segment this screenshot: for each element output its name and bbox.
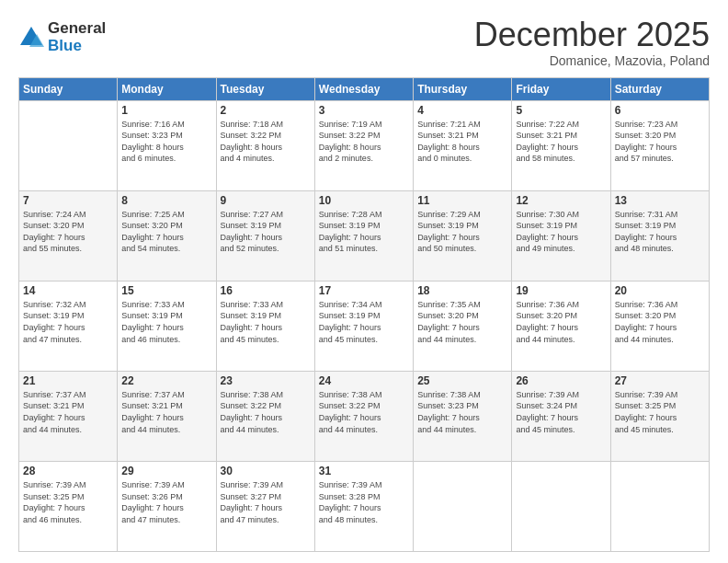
calendar-cell: 14Sunrise: 7:32 AM Sunset: 3:19 PM Dayli… bbox=[19, 281, 118, 371]
header: General Blue December 2025 Domanice, Maz… bbox=[18, 17, 710, 68]
calendar-day-header: Sunday bbox=[19, 77, 118, 100]
day-info: Sunrise: 7:39 AM Sunset: 3:26 PM Dayligh… bbox=[121, 479, 211, 525]
calendar-cell: 19Sunrise: 7:36 AM Sunset: 3:20 PM Dayli… bbox=[512, 281, 610, 371]
day-number: 15 bbox=[121, 284, 211, 297]
day-info: Sunrise: 7:30 AM Sunset: 3:19 PM Dayligh… bbox=[516, 209, 606, 255]
logo: General Blue bbox=[18, 20, 106, 54]
day-info: Sunrise: 7:32 AM Sunset: 3:19 PM Dayligh… bbox=[23, 299, 113, 345]
day-number: 20 bbox=[615, 284, 705, 297]
logo-text: General Blue bbox=[48, 20, 106, 54]
calendar-day-header: Thursday bbox=[414, 77, 512, 100]
day-number: 14 bbox=[23, 284, 113, 297]
day-number: 9 bbox=[221, 194, 311, 207]
day-info: Sunrise: 7:37 AM Sunset: 3:21 PM Dayligh… bbox=[23, 389, 113, 435]
calendar-cell: 20Sunrise: 7:36 AM Sunset: 3:20 PM Dayli… bbox=[610, 281, 709, 371]
logo-general-text: General bbox=[48, 20, 106, 38]
day-info: Sunrise: 7:39 AM Sunset: 3:27 PM Dayligh… bbox=[221, 479, 311, 525]
day-info: Sunrise: 7:39 AM Sunset: 3:25 PM Dayligh… bbox=[23, 479, 113, 525]
calendar-cell: 30Sunrise: 7:39 AM Sunset: 3:27 PM Dayli… bbox=[216, 461, 314, 551]
day-info: Sunrise: 7:36 AM Sunset: 3:20 PM Dayligh… bbox=[615, 299, 705, 345]
day-number: 30 bbox=[221, 465, 311, 477]
calendar-week-row: 7Sunrise: 7:24 AM Sunset: 3:20 PM Daylig… bbox=[19, 190, 710, 281]
day-number: 29 bbox=[121, 465, 211, 477]
calendar-cell: 10Sunrise: 7:28 AM Sunset: 3:19 PM Dayli… bbox=[314, 190, 413, 281]
calendar-cell: 22Sunrise: 7:37 AM Sunset: 3:21 PM Dayli… bbox=[118, 371, 216, 461]
calendar-cell: 17Sunrise: 7:34 AM Sunset: 3:19 PM Dayli… bbox=[314, 281, 413, 371]
day-number: 16 bbox=[221, 284, 311, 297]
day-info: Sunrise: 7:25 AM Sunset: 3:20 PM Dayligh… bbox=[121, 209, 211, 255]
day-number: 13 bbox=[615, 194, 705, 207]
day-info: Sunrise: 7:28 AM Sunset: 3:19 PM Dayligh… bbox=[319, 209, 409, 255]
calendar-cell: 6Sunrise: 7:23 AM Sunset: 3:20 PM Daylig… bbox=[610, 100, 709, 190]
calendar-cell: 13Sunrise: 7:31 AM Sunset: 3:19 PM Dayli… bbox=[610, 190, 709, 281]
calendar-day-header: Wednesday bbox=[314, 77, 413, 100]
logo-icon bbox=[18, 25, 44, 51]
calendar-cell: 28Sunrise: 7:39 AM Sunset: 3:25 PM Dayli… bbox=[19, 461, 118, 551]
day-info: Sunrise: 7:36 AM Sunset: 3:20 PM Dayligh… bbox=[516, 299, 606, 345]
day-info: Sunrise: 7:33 AM Sunset: 3:19 PM Dayligh… bbox=[121, 299, 211, 345]
day-info: Sunrise: 7:16 AM Sunset: 3:23 PM Dayligh… bbox=[121, 119, 211, 165]
calendar-week-row: 1Sunrise: 7:16 AM Sunset: 3:23 PM Daylig… bbox=[19, 100, 710, 190]
day-number: 21 bbox=[23, 374, 113, 387]
calendar-day-header: Tuesday bbox=[216, 77, 314, 100]
day-number: 22 bbox=[121, 374, 211, 387]
calendar-cell: 8Sunrise: 7:25 AM Sunset: 3:20 PM Daylig… bbox=[118, 190, 216, 281]
day-info: Sunrise: 7:33 AM Sunset: 3:19 PM Dayligh… bbox=[221, 299, 311, 345]
day-info: Sunrise: 7:38 AM Sunset: 3:22 PM Dayligh… bbox=[319, 389, 409, 435]
day-number: 5 bbox=[516, 104, 606, 117]
day-number: 12 bbox=[516, 194, 606, 207]
day-number: 28 bbox=[23, 465, 113, 477]
day-info: Sunrise: 7:39 AM Sunset: 3:28 PM Dayligh… bbox=[319, 479, 409, 525]
calendar-cell: 24Sunrise: 7:38 AM Sunset: 3:22 PM Dayli… bbox=[314, 371, 413, 461]
day-number: 18 bbox=[417, 284, 507, 297]
day-info: Sunrise: 7:22 AM Sunset: 3:21 PM Dayligh… bbox=[516, 119, 606, 165]
day-number: 24 bbox=[319, 374, 409, 387]
calendar-cell: 29Sunrise: 7:39 AM Sunset: 3:26 PM Dayli… bbox=[118, 461, 216, 551]
calendar-cell: 4Sunrise: 7:21 AM Sunset: 3:21 PM Daylig… bbox=[414, 100, 512, 190]
calendar-cell: 1Sunrise: 7:16 AM Sunset: 3:23 PM Daylig… bbox=[118, 100, 216, 190]
day-info: Sunrise: 7:39 AM Sunset: 3:25 PM Dayligh… bbox=[615, 389, 705, 435]
calendar-cell: 27Sunrise: 7:39 AM Sunset: 3:25 PM Dayli… bbox=[610, 371, 709, 461]
day-number: 26 bbox=[516, 374, 606, 387]
calendar-cell bbox=[19, 100, 118, 190]
day-info: Sunrise: 7:27 AM Sunset: 3:19 PM Dayligh… bbox=[221, 209, 311, 255]
day-info: Sunrise: 7:39 AM Sunset: 3:24 PM Dayligh… bbox=[516, 389, 606, 435]
calendar-day-header: Saturday bbox=[610, 77, 709, 100]
calendar-cell: 26Sunrise: 7:39 AM Sunset: 3:24 PM Dayli… bbox=[512, 371, 610, 461]
calendar-cell bbox=[512, 461, 610, 551]
calendar-cell bbox=[610, 461, 709, 551]
calendar-header-row: SundayMondayTuesdayWednesdayThursdayFrid… bbox=[19, 77, 710, 100]
day-info: Sunrise: 7:31 AM Sunset: 3:19 PM Dayligh… bbox=[615, 209, 705, 255]
day-number: 23 bbox=[221, 374, 311, 387]
title-block: December 2025 Domanice, Mazovia, Poland bbox=[474, 17, 710, 68]
page: General Blue December 2025 Domanice, Maz… bbox=[0, 0, 728, 563]
day-info: Sunrise: 7:38 AM Sunset: 3:22 PM Dayligh… bbox=[221, 389, 311, 435]
calendar-cell: 7Sunrise: 7:24 AM Sunset: 3:20 PM Daylig… bbox=[19, 190, 118, 281]
calendar-cell: 5Sunrise: 7:22 AM Sunset: 3:21 PM Daylig… bbox=[512, 100, 610, 190]
day-info: Sunrise: 7:18 AM Sunset: 3:22 PM Dayligh… bbox=[221, 119, 311, 165]
calendar-cell: 23Sunrise: 7:38 AM Sunset: 3:22 PM Dayli… bbox=[216, 371, 314, 461]
calendar-day-header: Monday bbox=[118, 77, 216, 100]
calendar-week-row: 21Sunrise: 7:37 AM Sunset: 3:21 PM Dayli… bbox=[19, 371, 710, 461]
day-info: Sunrise: 7:24 AM Sunset: 3:20 PM Dayligh… bbox=[23, 209, 113, 255]
day-number: 25 bbox=[417, 374, 507, 387]
day-number: 1 bbox=[121, 104, 211, 117]
day-number: 4 bbox=[417, 104, 507, 117]
logo-blue-text: Blue bbox=[48, 38, 106, 55]
day-number: 11 bbox=[417, 194, 507, 207]
day-info: Sunrise: 7:19 AM Sunset: 3:22 PM Dayligh… bbox=[319, 119, 409, 165]
calendar-cell: 12Sunrise: 7:30 AM Sunset: 3:19 PM Dayli… bbox=[512, 190, 610, 281]
day-info: Sunrise: 7:35 AM Sunset: 3:20 PM Dayligh… bbox=[417, 299, 507, 345]
calendar-cell: 31Sunrise: 7:39 AM Sunset: 3:28 PM Dayli… bbox=[314, 461, 413, 551]
calendar-week-row: 28Sunrise: 7:39 AM Sunset: 3:25 PM Dayli… bbox=[19, 461, 710, 551]
month-title: December 2025 bbox=[474, 17, 710, 53]
day-number: 3 bbox=[319, 104, 409, 117]
calendar-cell: 16Sunrise: 7:33 AM Sunset: 3:19 PM Dayli… bbox=[216, 281, 314, 371]
day-number: 2 bbox=[221, 104, 311, 117]
calendar-cell bbox=[414, 461, 512, 551]
calendar-cell: 11Sunrise: 7:29 AM Sunset: 3:19 PM Dayli… bbox=[414, 190, 512, 281]
location-text: Domanice, Mazovia, Poland bbox=[474, 53, 710, 68]
calendar-cell: 2Sunrise: 7:18 AM Sunset: 3:22 PM Daylig… bbox=[216, 100, 314, 190]
calendar-cell: 18Sunrise: 7:35 AM Sunset: 3:20 PM Dayli… bbox=[414, 281, 512, 371]
day-number: 6 bbox=[615, 104, 705, 117]
